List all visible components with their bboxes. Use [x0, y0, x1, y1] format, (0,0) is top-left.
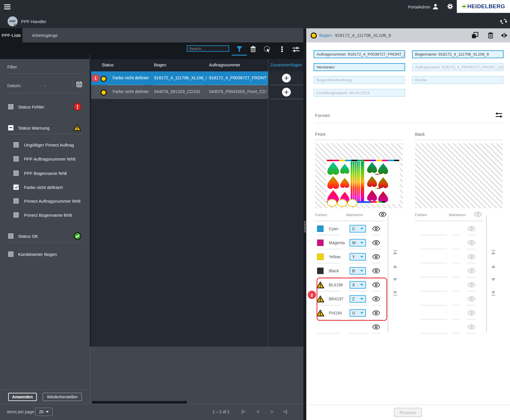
move-to-top-icon[interactable]: [392, 250, 398, 255]
column-header-auftragsnummer[interactable]: Auftragsnummer: [209, 63, 240, 67]
color-name: Black: [329, 268, 346, 273]
mark-dropdown[interactable]: B: [350, 267, 366, 275]
cell-bogen: 918172_4_111706_XL106_9: [154, 75, 207, 80]
visibility-icon[interactable]: [372, 324, 380, 330]
detail-title-label: Bogen:: [319, 33, 333, 38]
move-down-icon[interactable]: [490, 277, 496, 282]
mark-dropdown[interactable]: X: [350, 281, 366, 289]
mark-dropdown[interactable]: M: [350, 239, 366, 247]
visibility-icon[interactable]: [372, 226, 380, 231]
divider: [315, 221, 385, 221]
color-row-magenta: Magenta M: [315, 236, 385, 250]
move-to-bottom-icon[interactable]: [392, 291, 398, 296]
previous-page-icon[interactable]: <: [257, 409, 259, 415]
delete-bogen-icon[interactable]: [487, 32, 494, 39]
checkbox-status-fehler[interactable]: [8, 104, 13, 109]
duplicate-icon[interactable]: [471, 32, 479, 39]
mark-value: U: [352, 311, 355, 315]
field-auftragsname: Auftragsname: 918172_4_P0036727_FRONT_11…: [412, 63, 504, 71]
checkbox-ungueltiger-prinect-auftrag[interactable]: [13, 142, 19, 147]
mark-dropdown[interactable]: Y: [350, 253, 366, 261]
color-row-black: Black B: [315, 264, 385, 278]
field-kunde: Kunde:: [412, 76, 504, 84]
first-page-icon[interactable]: |<: [241, 409, 245, 415]
process-button[interactable]: Prozess: [394, 408, 422, 417]
column-header-status[interactable]: Status: [102, 63, 114, 67]
next-page-icon[interactable]: >: [270, 409, 273, 415]
mark-dropdown[interactable]: Z: [350, 295, 366, 303]
visibility-icon[interactable]: [372, 310, 380, 316]
checkbox-kombinierter-bogen[interactable]: [8, 252, 13, 257]
color-swatch: [317, 226, 324, 232]
chevron-down-icon: [46, 411, 49, 413]
checkbox-ppf-auftragsnummer-fehlt[interactable]: [13, 156, 19, 161]
merge-add-button[interactable]: [282, 74, 291, 82]
splitter-grip-icon[interactable]: [304, 221, 306, 233]
mark-value: C: [352, 226, 355, 231]
move-down-icon[interactable]: [392, 277, 398, 282]
field-bogenname[interactable]: Bogenname: 918172_4_111706_XL106_9: [412, 50, 504, 58]
visibility-icon[interactable]: [372, 240, 380, 245]
mark-value: Y: [352, 254, 355, 259]
merge-add-button[interactable]: [282, 88, 291, 97]
field-auftragsnummer[interactable]: Auftragsnummer: 918172_4_P0036727_FRONT_…: [314, 50, 405, 58]
menu-icon[interactable]: [4, 4, 11, 9]
back-preview[interactable]: [415, 143, 503, 208]
front-visibility-all-icon[interactable]: [379, 212, 386, 217]
status-ok-label: Status OK: [18, 234, 38, 239]
ok-icon: [74, 232, 81, 240]
visibility-icon[interactable]: [372, 296, 380, 302]
move-to-top-icon[interactable]: [490, 250, 496, 255]
mark-dropdown[interactable]: U: [350, 309, 366, 317]
row-divider: [108, 99, 143, 99]
column-header-bogen[interactable]: Bogen: [154, 63, 166, 67]
refresh-icon[interactable]: [500, 18, 507, 25]
move-up-icon[interactable]: [490, 264, 496, 269]
swap-front-back-icon[interactable]: [495, 112, 503, 118]
delete-icon[interactable]: [250, 46, 257, 53]
mark-value: M: [352, 240, 356, 245]
search-input[interactable]: [187, 45, 229, 52]
color-name: BR4197: [329, 297, 346, 301]
checkbox-ppf-bogenname-fehlt[interactable]: [13, 171, 19, 176]
field-bogenbeschreibung: Bogenbeschreibung:: [314, 76, 405, 84]
user-icon[interactable]: [432, 3, 439, 10]
move-up-icon[interactable]: [392, 264, 398, 269]
items-per-page-label: Items per page:: [7, 409, 35, 414]
field-versionen[interactable]: Versionen:: [314, 63, 405, 71]
apply-button[interactable]: Anwenden: [8, 393, 37, 401]
restore-button[interactable]: Wiederherstellen: [43, 393, 82, 401]
hand-icon: [13, 22, 17, 26]
mark-value: B: [352, 268, 355, 273]
horizontal-scrollbar[interactable]: [92, 401, 187, 404]
color-swatch: [317, 254, 324, 260]
tab-arbeitsgaenge[interactable]: Arbeitsgänge: [23, 28, 67, 42]
visibility-icon[interactable]: [372, 282, 380, 288]
multiselect-icon[interactable]: [263, 45, 271, 53]
last-page-icon[interactable]: >|: [283, 409, 287, 415]
checkbox-farbe-nicht-definiert[interactable]: [13, 185, 19, 190]
items-per-page-select[interactable]: 20: [35, 408, 53, 416]
visibility-icon[interactable]: [372, 268, 380, 273]
move-to-bottom-icon[interactable]: [490, 291, 496, 296]
settings-sliders-icon[interactable]: [292, 46, 300, 53]
checkbox-prinect-auftragsnummer-fehlt[interactable]: [13, 198, 19, 204]
list-toolbar: [0, 42, 303, 59]
color-row-yellow: Yellow Y: [315, 250, 385, 264]
visibility-icon[interactable]: [372, 254, 380, 259]
gear-icon[interactable]: [447, 3, 454, 10]
checkbox-prinect-bogenname-fehlt[interactable]: [13, 212, 19, 218]
checkbox-status-ok[interactable]: [8, 233, 13, 239]
calendar-icon[interactable]: [76, 81, 82, 87]
mark-dropdown[interactable]: C: [350, 225, 366, 233]
color-name: Magenta: [329, 240, 346, 245]
more-options-icon[interactable]: [279, 46, 286, 53]
date-value[interactable]: -: [44, 83, 46, 88]
annotation-badge-2: 2: [308, 291, 316, 299]
filter-icon[interactable]: [236, 46, 243, 53]
ppf-app-icon: PPF: [8, 16, 18, 26]
visibility-icon: [468, 268, 475, 273]
checkbox-status-warnung[interactable]: [8, 125, 13, 130]
split-view-icon[interactable]: [500, 32, 508, 39]
tab-ppf-liste[interactable]: PPF-Liste: [0, 28, 23, 42]
